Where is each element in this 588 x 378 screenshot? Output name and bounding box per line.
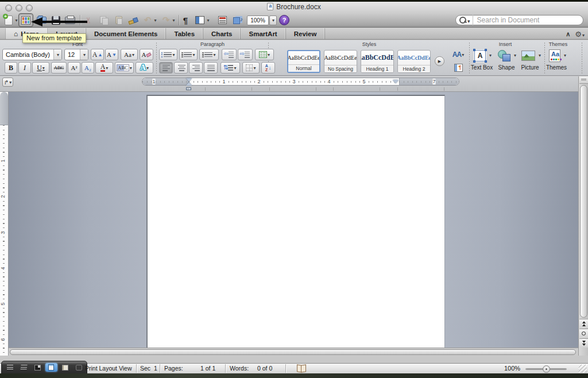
tab-document-elements[interactable]: Document Elements (86, 28, 167, 39)
font-size-combo[interactable]: 12 (64, 49, 88, 60)
line-spacing-button[interactable] (220, 62, 240, 74)
tab-stop-strip[interactable] (142, 87, 459, 91)
horizontal-scrollbar-thumb[interactable] (10, 349, 576, 355)
tab-tables[interactable]: Tables (166, 28, 203, 39)
themes-caret[interactable] (563, 53, 566, 58)
style-heading-2[interactable]: AaBbCcDdEe Heading 2 (397, 50, 431, 73)
words-value[interactable]: 0 of 0 (257, 365, 272, 372)
picture-button[interactable] (521, 49, 535, 63)
document-area[interactable]: 1 2 3 4 5 6 (0, 92, 588, 356)
copy-button[interactable] (98, 14, 109, 26)
italic-button[interactable]: I (18, 62, 31, 74)
change-case-button[interactable]: Aa (121, 49, 138, 60)
columns-button[interactable] (255, 49, 274, 60)
show-formatting-marks-button[interactable]: ¶ (181, 14, 190, 26)
draft-view-button[interactable] (4, 363, 16, 372)
redo-button[interactable]: ↷ (161, 14, 171, 26)
tab-smartart[interactable]: SmartArt (241, 28, 285, 39)
sort-button[interactable]: AZ ↓ (261, 62, 275, 74)
undo-button[interactable]: ↶ (142, 14, 153, 26)
browse-object-button[interactable] (579, 329, 588, 338)
sidebar-pane-button[interactable] (194, 14, 206, 26)
shrink-font-button[interactable]: A▼ (105, 49, 118, 60)
style-guides-button[interactable]: AA (450, 49, 467, 60)
font-size-caret[interactable] (80, 49, 88, 60)
shape-caret[interactable] (513, 53, 516, 58)
superscript-button[interactable]: A² (68, 62, 80, 74)
zoom-caret[interactable] (269, 16, 277, 25)
section-value[interactable]: 1 (154, 365, 157, 372)
align-left-button[interactable] (159, 62, 173, 74)
view-mode-label[interactable]: Print Layout View (85, 365, 132, 372)
themes-button[interactable]: Aa (548, 49, 562, 63)
section-label[interactable]: Sec (140, 365, 150, 372)
pages-label[interactable]: Pages: (164, 365, 183, 372)
shape-button[interactable] (497, 49, 511, 63)
multilevel-list-button[interactable] (199, 49, 219, 60)
next-page-button[interactable] (579, 338, 588, 348)
numbering-button[interactable] (179, 49, 198, 60)
search-scope-caret[interactable] (467, 15, 470, 25)
decrease-indent-button[interactable] (222, 49, 237, 60)
style-normal[interactable]: AaBbCcDdEe Normal (287, 50, 320, 73)
format-painter-button[interactable] (127, 14, 139, 26)
focus-view-button[interactable] (73, 363, 85, 372)
style-no-spacing[interactable]: AaBbCcDdEe No Spacing (324, 50, 357, 73)
increase-indent-button[interactable] (238, 49, 253, 60)
previous-page-button[interactable] (579, 319, 588, 328)
media-browser-button[interactable] (232, 14, 244, 26)
pages-value[interactable]: 1 of 1 (200, 365, 215, 372)
titlebar[interactable]: aBrochure.docx (0, 2, 588, 13)
font-family-combo[interactable]: Cambria (Body) (2, 49, 62, 60)
help-button[interactable]: ? (279, 15, 289, 25)
bold-button[interactable]: B (5, 62, 17, 74)
collapse-ribbon-button[interactable]: ∧ (566, 30, 570, 38)
font-color-button[interactable]: A (95, 62, 113, 74)
subscript-button[interactable]: A₂ (82, 62, 94, 74)
gear-icon[interactable]: ⚙ (575, 30, 585, 38)
justify-button[interactable] (204, 62, 218, 74)
style-heading-1[interactable]: AaBbCcDdEe Heading 1 (361, 50, 394, 73)
zoom-slider-thumb[interactable] (543, 365, 550, 373)
right-indent-marker[interactable] (393, 80, 399, 83)
align-center-button[interactable] (174, 62, 188, 74)
redo-caret[interactable] (171, 14, 176, 26)
vertical-ruler[interactable]: 1 2 3 4 5 6 (0, 92, 9, 356)
borders-button[interactable] (242, 62, 260, 74)
search-field[interactable]: Search in Document (455, 15, 583, 25)
horizontal-ruler[interactable]: 1 1 2 3 4 5 7 (142, 78, 459, 86)
window-resize-grip[interactable] (579, 365, 587, 373)
clear-formatting-button[interactable]: A (140, 49, 153, 60)
print-layout-button[interactable] (45, 363, 57, 372)
underline-button[interactable]: U (32, 62, 49, 74)
align-right-button[interactable] (189, 62, 203, 74)
strikethrough-button[interactable]: ABC (51, 62, 67, 74)
text-box-caret[interactable] (489, 53, 492, 58)
tab-review[interactable]: Review (286, 28, 326, 39)
more-styles-button[interactable]: ▶ (435, 56, 444, 66)
notebook-layout-button[interactable] (59, 363, 71, 372)
toolbox-button[interactable] (217, 14, 228, 26)
new-document-button[interactable]: + (3, 14, 14, 26)
spelling-status-icon[interactable] (297, 365, 306, 372)
picture-caret[interactable] (538, 53, 541, 58)
first-line-indent-marker[interactable] (186, 78, 192, 82)
sidebar-pane-caret[interactable] (206, 14, 210, 26)
text-effects-button[interactable]: A (136, 62, 153, 74)
words-label[interactable]: Words: (230, 365, 249, 372)
font-family-caret[interactable] (53, 49, 61, 60)
vertical-scrollbar[interactable] (578, 76, 588, 356)
undo-caret[interactable] (153, 14, 157, 26)
styles-pane-button[interactable] (452, 62, 465, 74)
highlight-button[interactable]: ABC (115, 62, 134, 74)
paste-button[interactable] (114, 14, 124, 26)
new-document-caret[interactable] (14, 14, 18, 26)
publishing-layout-button[interactable] (32, 363, 44, 372)
document-page[interactable] (146, 95, 445, 356)
tab-charts[interactable]: Charts (203, 28, 241, 39)
zoom-field[interactable]: 100% (247, 16, 269, 25)
outline-view-button[interactable] (18, 363, 30, 372)
text-box-button[interactable]: A (473, 49, 487, 63)
tab-stop-selector[interactable]: ↱ (2, 78, 13, 87)
hanging-indent-marker[interactable] (186, 82, 192, 86)
